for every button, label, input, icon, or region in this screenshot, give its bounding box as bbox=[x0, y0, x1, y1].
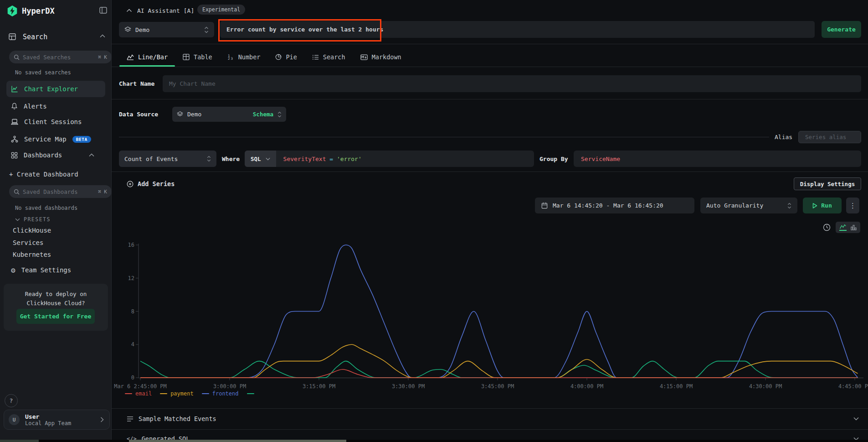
series-line-payment bbox=[140, 344, 858, 378]
divider bbox=[112, 172, 868, 172]
list-icon bbox=[127, 416, 134, 422]
bar-style-icon[interactable] bbox=[851, 224, 857, 230]
sidebar-item-team-settings[interactable]: ⚙ Team Settings bbox=[6, 263, 105, 277]
alias-label: Alias bbox=[775, 134, 792, 140]
saved-dashboards-placeholder: Saved Dashboards bbox=[23, 188, 95, 195]
preset-clickhouse[interactable]: ClickHouse bbox=[13, 227, 51, 234]
sidebar-section-search[interactable]: Search bbox=[23, 33, 47, 41]
aggregation-value: Count of Events bbox=[124, 156, 203, 162]
legend-dash bbox=[247, 393, 254, 394]
user-menu[interactable]: U User Local App Team bbox=[4, 410, 110, 430]
sample-matched-events-accordion[interactable]: Sample Matched Events bbox=[112, 409, 868, 429]
chart-explorer-icon bbox=[11, 85, 18, 93]
more-options-button[interactable]: ⋮ bbox=[846, 198, 859, 213]
preset-services[interactable]: Services bbox=[13, 239, 43, 246]
experimental-badge: Experimental bbox=[197, 5, 245, 15]
legend-item[interactable]: payment bbox=[160, 390, 194, 397]
tab-pie[interactable]: Pie bbox=[275, 53, 297, 61]
data-source-select[interactable]: Demo Schema bbox=[172, 107, 286, 122]
generate-button[interactable]: Generate bbox=[822, 21, 861, 38]
sample-matched-events-label: Sample Matched Events bbox=[139, 415, 216, 422]
chevron-right-icon bbox=[100, 417, 104, 422]
saved-searches-placeholder: Saved Searches bbox=[23, 54, 95, 61]
saved-searches-input[interactable]: Saved Searches ⌘ K bbox=[9, 51, 112, 63]
legend-item[interactable]: frontend bbox=[202, 390, 239, 397]
service-map-icon bbox=[11, 135, 18, 143]
timeseries-chart[interactable]: 0481216Mar 6 2:45:00 PM3:00:00 PM3:15:00… bbox=[112, 237, 868, 393]
sidebar-item-label: Alerts bbox=[24, 103, 47, 110]
beta-badge: BETA bbox=[72, 136, 91, 143]
gear-icon: ⚙ bbox=[11, 266, 15, 275]
tab-line-bar[interactable]: Line/Bar bbox=[127, 53, 168, 61]
y-tick-label: 4 bbox=[131, 341, 134, 348]
y-tick-label: 12 bbox=[128, 275, 134, 281]
x-tick-label: 3:00:00 PM bbox=[213, 383, 246, 390]
tab-search[interactable]: Search bbox=[312, 53, 345, 61]
table-icon bbox=[183, 54, 190, 60]
hyperdx-app: HyperDX Search Saved Searches ⌘ K No sav… bbox=[0, 0, 868, 442]
select-chevrons-icon bbox=[204, 26, 209, 33]
ai-assistant-collapse-icon[interactable] bbox=[126, 9, 132, 12]
presets-header[interactable]: PRESETS bbox=[24, 216, 51, 223]
series-line-frontend bbox=[140, 245, 858, 378]
chevron-down-icon bbox=[266, 157, 270, 161]
divider bbox=[119, 137, 769, 137]
sidebar-item-label: Dashboards bbox=[24, 151, 62, 159]
clock-icon[interactable] bbox=[823, 224, 831, 231]
collapse-sidebar-icon[interactable] bbox=[99, 7, 107, 14]
app-title: HyperDX bbox=[22, 6, 55, 16]
help-button[interactable]: ? bbox=[5, 394, 18, 407]
bottom-strip-segment bbox=[0, 440, 39, 442]
x-tick-label: Mar 6 2:45:00 PM bbox=[114, 383, 167, 390]
hyperdx-logo-icon bbox=[6, 5, 18, 17]
chart-style-toggle bbox=[836, 222, 860, 233]
chevron-up-icon[interactable] bbox=[100, 34, 105, 38]
chevron-down-icon bbox=[853, 417, 859, 421]
sidebar-item-client-sessions[interactable]: Client Sessions bbox=[6, 114, 105, 129]
sidebar-item-alerts[interactable]: Alerts bbox=[6, 99, 105, 114]
chart-name-input[interactable] bbox=[163, 75, 861, 92]
legend-dash bbox=[125, 393, 132, 394]
select-chevrons-icon bbox=[787, 203, 791, 209]
preset-kubernetes[interactable]: Kubernetes bbox=[13, 251, 51, 258]
group-by-input[interactable]: ServiceName bbox=[574, 151, 861, 167]
search-icon bbox=[14, 54, 20, 60]
tab-table[interactable]: Table bbox=[183, 53, 212, 61]
ai-source-select[interactable]: Demo bbox=[119, 22, 214, 37]
sidebar-item-chart-explorer[interactable]: Chart Explorer bbox=[6, 81, 105, 97]
saved-searches-shortcut: ⌘ K bbox=[98, 54, 107, 60]
display-settings-button[interactable]: Display Settings bbox=[794, 177, 861, 190]
sidebar-item-label: Client Sessions bbox=[24, 118, 82, 125]
legend-label: payment bbox=[170, 390, 194, 397]
chevron-down-icon[interactable] bbox=[15, 218, 20, 221]
where-sql-input[interactable]: SQL SeverityText = 'error' bbox=[245, 151, 534, 167]
create-dashboard-button[interactable]: + Create Dashboard bbox=[9, 171, 78, 178]
aggregation-select[interactable]: Count of Events bbox=[119, 151, 216, 167]
get-started-button[interactable]: Get Started for Free bbox=[16, 309, 95, 324]
layers-icon bbox=[177, 111, 183, 117]
sidebar-item-dashboards[interactable]: Dashboards bbox=[6, 148, 105, 162]
sidebar-item-service-map[interactable]: Service Map BETA bbox=[6, 132, 105, 146]
granularity-select[interactable]: Auto Granularity bbox=[700, 198, 797, 213]
divider bbox=[112, 99, 868, 99]
schema-link[interactable]: Schema bbox=[253, 111, 273, 118]
tab-number[interactable]: 123 Number bbox=[227, 53, 261, 61]
select-chevrons-icon bbox=[207, 156, 211, 162]
sidebar-item-label: Chart Explorer bbox=[24, 85, 78, 93]
alias-input[interactable] bbox=[798, 131, 861, 143]
legend-item[interactable]: email bbox=[125, 390, 152, 397]
tab-markdown[interactable]: Markdown bbox=[360, 53, 401, 61]
where-expression: SeverityText = 'error' bbox=[276, 156, 362, 162]
line-style-icon[interactable] bbox=[839, 224, 847, 231]
saved-dashboards-input[interactable]: Saved Dashboards ⌘ K bbox=[9, 185, 112, 198]
run-button[interactable]: Run bbox=[803, 198, 842, 213]
sql-mode-select[interactable]: SQL bbox=[245, 151, 276, 167]
laptop-icon bbox=[11, 119, 18, 125]
user-name: User bbox=[25, 413, 100, 420]
add-series-button[interactable]: Add Series bbox=[127, 180, 175, 187]
legend-item[interactable] bbox=[247, 393, 257, 394]
date-range-picker[interactable]: Mar 6 14:45:20 - Mar 6 16:45:20 bbox=[535, 198, 694, 213]
calendar-icon bbox=[541, 202, 548, 209]
sidebar: HyperDX Search Saved Searches ⌘ K No sav… bbox=[0, 0, 112, 442]
ai-prompt-input[interactable] bbox=[220, 21, 815, 38]
